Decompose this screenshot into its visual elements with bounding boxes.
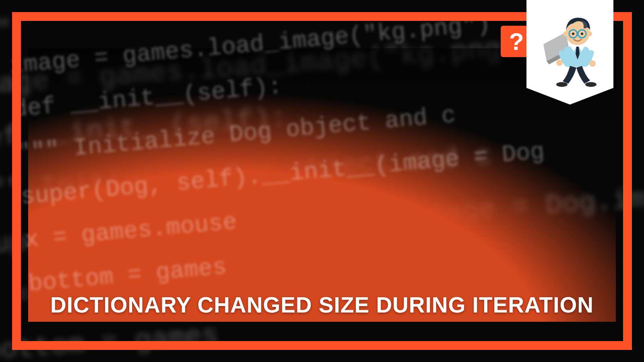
mascot-svg: [542, 12, 598, 88]
svg-point-10: [556, 82, 568, 87]
mascot-illustration: [542, 12, 598, 88]
svg-point-8: [556, 60, 563, 66]
svg-point-13: [563, 31, 568, 36]
svg-point-9: [589, 60, 596, 67]
stage: """ image = games.load_image("kg.png") d…: [0, 0, 644, 362]
headline-text: DICTIONARY CHANGED SIZE DURING ITERATION: [0, 292, 644, 318]
svg-point-11: [585, 82, 597, 87]
svg-point-19: [581, 33, 583, 35]
svg-point-18: [572, 33, 574, 35]
svg-point-14: [587, 31, 592, 36]
mascot-badge: [526, 0, 613, 105]
